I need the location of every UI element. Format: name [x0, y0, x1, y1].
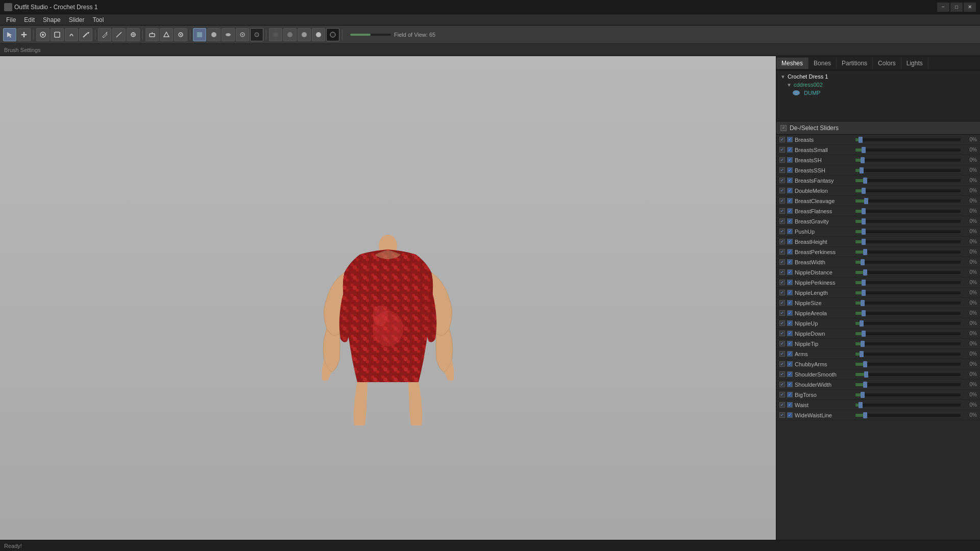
slider-checkbox-inner[interactable] [787, 249, 793, 255]
slider-track[interactable] [855, 414, 961, 417]
slider-thumb[interactable] [862, 290, 866, 296]
slider-thumb[interactable] [861, 341, 865, 347]
deselect-all-checkbox[interactable]: ✓ [780, 125, 787, 131]
fov-slider[interactable] [350, 34, 391, 36]
slider-checkbox-inner[interactable] [787, 269, 793, 275]
slider-track[interactable] [855, 281, 961, 284]
mode-btn3[interactable] [222, 28, 235, 41]
slider-checkbox-outer[interactable] [779, 259, 785, 265]
slider-track[interactable] [855, 383, 961, 386]
slider-checkbox-inner[interactable] [787, 198, 793, 204]
slider-checkbox-inner[interactable] [787, 300, 793, 306]
slider-checkbox-inner[interactable] [787, 239, 793, 244]
slider-checkbox-inner[interactable] [787, 188, 793, 193]
slider-track[interactable] [855, 404, 961, 407]
slider-checkbox-inner[interactable] [787, 137, 793, 142]
slider-checkbox-inner[interactable] [787, 178, 793, 183]
slider-thumb[interactable] [863, 249, 867, 255]
slider-checkbox-outer[interactable] [779, 147, 785, 153]
slider-checkbox-outer[interactable] [779, 137, 785, 142]
sphere-tool3[interactable] [298, 28, 311, 41]
slider-track[interactable] [855, 230, 961, 233]
viewport[interactable] [0, 56, 776, 540]
slider-track[interactable] [855, 220, 961, 223]
slider-track[interactable] [855, 159, 961, 162]
slider-track[interactable] [855, 210, 961, 213]
slider-thumb[interactable] [862, 208, 866, 214]
slider-checkbox-outer[interactable] [779, 167, 785, 173]
slider-checkbox-inner[interactable] [787, 290, 793, 295]
mode-btn2[interactable] [207, 28, 220, 41]
slider-track[interactable] [855, 138, 961, 141]
slider-checkbox-outer[interactable] [779, 382, 785, 387]
select-tool[interactable] [3, 28, 16, 41]
slider-checkbox-outer[interactable] [779, 412, 785, 418]
transform-tool1[interactable] [145, 28, 159, 41]
slider-checkbox-outer[interactable] [779, 310, 785, 316]
slider-checkbox-outer[interactable] [779, 320, 785, 326]
mode-btn5[interactable] [250, 28, 263, 41]
slider-thumb[interactable] [863, 361, 867, 367]
close-button[interactable]: ✕ [964, 3, 976, 12]
slider-checkbox-outer[interactable] [779, 269, 785, 275]
slider-track[interactable] [855, 353, 961, 356]
slider-checkbox-outer[interactable] [779, 218, 785, 224]
slider-track[interactable] [855, 199, 961, 203]
slider-checkbox-outer[interactable] [779, 239, 785, 244]
slider-thumb[interactable] [864, 371, 868, 378]
slider-thumb[interactable] [861, 157, 865, 163]
tree-mesh-item[interactable]: ▼ cddress002 [785, 81, 978, 89]
slider-checkbox-inner[interactable] [787, 361, 793, 367]
slider-thumb[interactable] [862, 239, 866, 245]
slider-checkbox-outer[interactable] [779, 198, 785, 204]
maximize-button[interactable]: □ [950, 3, 963, 12]
slider-thumb[interactable] [862, 188, 866, 194]
slider-track[interactable] [855, 393, 961, 396]
slider-track[interactable] [855, 302, 961, 305]
slider-checkbox-outer[interactable] [779, 392, 785, 397]
brush-tool1[interactable] [36, 28, 50, 41]
transform-tool2[interactable] [160, 28, 173, 41]
slider-thumb[interactable] [862, 218, 866, 224]
slider-thumb[interactable] [860, 167, 864, 173]
slider-checkbox-outer[interactable] [779, 361, 785, 367]
slider-checkbox-outer[interactable] [779, 371, 785, 377]
slider-checkbox-outer[interactable] [779, 290, 785, 295]
tab-meshes[interactable]: Meshes [776, 58, 808, 69]
slider-track[interactable] [855, 261, 961, 264]
slider-checkbox-inner[interactable] [787, 259, 793, 265]
slider-checkbox-outer[interactable] [779, 229, 785, 234]
slider-track[interactable] [855, 169, 961, 172]
slider-checkbox-outer[interactable] [779, 249, 785, 255]
slider-track[interactable] [855, 148, 961, 152]
menu-tool[interactable]: Tool [88, 15, 108, 24]
slider-track[interactable] [855, 312, 961, 315]
slider-thumb[interactable] [860, 320, 864, 327]
minimize-button[interactable]: − [937, 3, 949, 12]
slider-checkbox-inner[interactable] [787, 382, 793, 387]
eyedrop-tool[interactable] [127, 28, 140, 41]
slider-track[interactable] [855, 332, 961, 335]
slider-thumb[interactable] [861, 259, 865, 265]
menu-slider[interactable]: Slider [65, 15, 89, 24]
sphere-tool5[interactable] [326, 28, 339, 41]
tab-bones[interactable]: Bones [808, 58, 837, 69]
tab-partitions[interactable]: Partitions [837, 58, 873, 69]
transform-tool3[interactable] [174, 28, 187, 41]
slider-checkbox-outer[interactable] [779, 157, 785, 163]
slider-checkbox-inner[interactable] [787, 310, 793, 316]
slider-checkbox-inner[interactable] [787, 280, 793, 285]
slider-track[interactable] [855, 291, 961, 294]
brush-tool2[interactable] [51, 28, 64, 41]
slider-thumb[interactable] [861, 392, 865, 398]
sphere-tool1[interactable] [269, 28, 282, 41]
slider-track[interactable] [855, 322, 961, 325]
slider-checkbox-outer[interactable] [779, 402, 785, 408]
mode-btn4[interactable] [236, 28, 249, 41]
tree-dump-item[interactable]: DUMP [791, 89, 978, 97]
slider-thumb[interactable] [860, 351, 864, 357]
slider-checkbox-inner[interactable] [787, 167, 793, 173]
slider-checkbox-outer[interactable] [779, 280, 785, 285]
slider-checkbox-inner[interactable] [787, 320, 793, 326]
slider-thumb[interactable] [862, 310, 866, 316]
